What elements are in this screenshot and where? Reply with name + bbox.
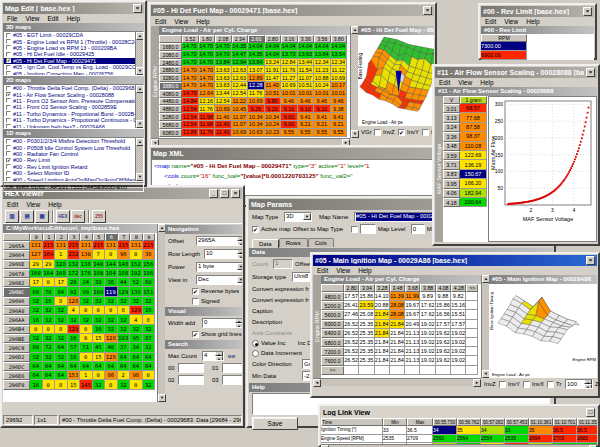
grid-cell[interactable]: 168 [55,269,68,278]
grid-cell[interactable]: 15.86 [359,292,374,301]
row-header[interactable]: 4.06 [443,189,460,198]
grid-cell[interactable]: 32 [43,353,56,362]
grid-cell[interactable]: 32 [93,315,106,324]
grid-cell[interactable]: 129 [118,287,131,296]
grid-cell[interactable]: 131 [80,241,93,250]
grid-cell[interactable]: 52 [130,278,143,287]
menu-help[interactable]: Help [526,18,539,25]
menu-help[interactable]: Help [358,267,371,274]
map-checkbox[interactable] [6,164,11,169]
col-header[interactable]: 1.80 [199,35,216,43]
grid-cell[interactable]: 215 [93,241,106,250]
log-value-cell[interactable]: 1.41 [553,443,577,444]
log-value-cell[interactable]: 33 [505,426,529,435]
grid-cell[interactable]: 32 [118,315,131,324]
view-in-select[interactable]: Dec▼ [196,275,242,285]
grid-cell[interactable]: 0 [30,325,43,334]
hex-vscrollbar[interactable]: ▲▼ [157,224,165,402]
grid-cell[interactable]: 19.02 [420,347,435,356]
grid-cell[interactable]: 20.49 [405,320,420,329]
grid-cell[interactable]: 130 [80,250,93,259]
grid-cell[interactable]: 12.63 [232,66,249,74]
scroll-down-icon[interactable]: ▼ [136,67,144,75]
row-header[interactable]: 3680.0 [159,82,182,90]
grid-cell[interactable]: 192 [130,269,143,278]
grid-cell[interactable] [405,366,420,375]
row-header[interactable]: 4.18 [443,198,460,207]
grid-cell[interactable]: 9.41 [331,113,348,121]
grid-cell[interactable] [466,320,478,329]
grid-cell[interactable]: 109 [93,287,106,296]
grid-cell[interactable]: 119 [105,287,118,296]
grid-cell[interactable]: 10.24 [265,121,282,129]
grid-cell[interactable]: 51 [80,343,93,352]
grid-cell[interactable]: 9.88 [436,292,451,301]
scroll-track[interactable] [136,146,143,173]
grid-cell[interactable]: 32 [80,297,93,306]
grid-cell[interactable]: 0 [105,380,118,389]
map-checkbox[interactable] [6,71,11,76]
grid-cell[interactable]: 10.01 [298,90,315,98]
grid-cell[interactable]: 15.86 [436,301,451,310]
count-input[interactable]: 1 [273,259,293,269]
checkbox[interactable] [192,298,199,305]
spinner-arrows[interactable]: ▲▼ [237,236,242,246]
grid-cell[interactable]: 12.28 [248,82,265,90]
grid-cell[interactable]: 9.00 [281,113,298,121]
grid-cell[interactable]: 64 [55,371,68,380]
find-binoculars-icon[interactable]: oo [226,351,237,361]
row-header-more[interactable]: >> [321,366,344,375]
grid-cell[interactable]: 15 [93,334,106,343]
grid-cell[interactable]: 8 [55,380,68,389]
row-header[interactable]: 4800.0 [321,292,344,301]
grid-cell[interactable]: 9.10 [281,105,298,113]
checkbox[interactable] [374,129,381,136]
map-list-item[interactable]: #05 - Ignition Correction Map - 00026756 [4,70,143,76]
log-value-cell[interactable]: 2560 [433,435,457,444]
search-byte-01-input[interactable] [222,363,242,373]
grid-cell[interactable]: 0 [93,306,106,315]
grid-cell[interactable]: 11.54 [298,66,315,74]
grid-cell[interactable]: 16 [43,297,56,306]
grid-cell[interactable]: 10.17 [331,82,348,90]
log-value-cell[interactable]: 34 [481,426,505,435]
row-header[interactable]: 3280.0 [159,74,182,82]
grid-cell[interactable]: 19.67 [405,310,420,319]
grid-cell[interactable]: 145 [80,380,93,389]
grid-cell[interactable]: 19.62 [436,338,451,347]
log-value-cell[interactable]: 2694 [529,435,553,444]
search-byte-02-input[interactable] [178,375,204,385]
grid-cell[interactable]: 164 [43,269,56,278]
grid-cell[interactable]: 0 [143,371,156,380]
map-list-item[interactable]: #11 - Turbo Dynamics - Propotional Conti… [4,117,143,123]
grid-cell[interactable]: 14.70 [199,74,216,82]
grid-cell[interactable]: 19.62 [436,356,451,365]
grid-cell[interactable]: 160 [30,269,43,278]
grid-cell[interactable]: 32 [93,297,106,306]
map-checkbox[interactable] [6,52,11,57]
map-level-input[interactable]: 0 [411,224,425,234]
grid-cell[interactable]: 21.13 [405,356,420,365]
row-header[interactable]: 3.13 [443,113,460,122]
grid-cell[interactable]: 15.51 [451,310,466,319]
grid-cell[interactable]: 64 [105,362,118,371]
grid-cell[interactable]: 10.34 [248,121,265,129]
grid-cell[interactable]: 28.08 [390,310,405,319]
spinner-arrows[interactable]: ▲▼ [237,249,242,259]
grid-cell[interactable]: 32 [118,325,131,334]
grid-cell[interactable]: 128 [55,260,68,269]
grid-cell[interactable]: 16 [30,315,43,324]
grid-cell[interactable]: 10.51 [298,82,315,90]
scroll-track[interactable] [482,283,489,370]
col-header[interactable]: 4.28 [451,284,466,292]
row-header[interactable]: 296F0 [3,380,30,389]
menu-help[interactable]: Help [48,201,61,208]
grid-cell[interactable]: 9.00 [281,121,298,129]
grid-cell[interactable]: 20 [68,278,81,287]
grid-cell[interactable]: 14.70 [199,66,216,74]
grid-cell[interactable]: 21.13 [405,347,420,356]
grid-cell[interactable]: 64 [80,362,93,371]
scroll-track[interactable] [321,379,473,386]
grid-cell[interactable]: 14.70 [182,66,199,74]
grid-cell[interactable]: 129 [130,306,143,315]
